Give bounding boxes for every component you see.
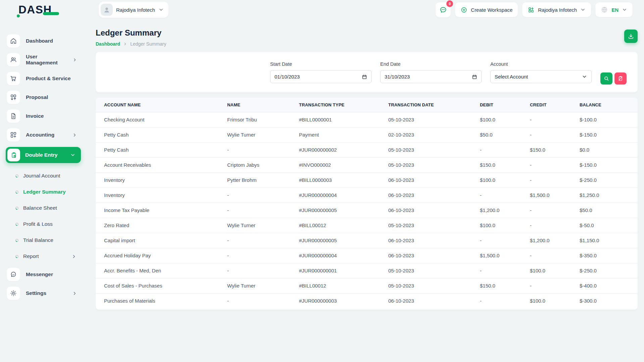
table-cell: Petty Cash — [96, 127, 227, 142]
create-workspace-button[interactable]: Create Workspace — [455, 2, 518, 17]
sidebar-item-trial-balance[interactable]: Trial Balance — [7, 232, 87, 248]
table-cell: 05-10-2023 — [388, 263, 480, 278]
search-button[interactable] — [600, 72, 612, 85]
sidebar-item-user-management[interactable]: User Management — [7, 53, 87, 66]
table-cell: - — [227, 233, 299, 248]
bullet-icon — [15, 255, 19, 258]
end-date-field[interactable] — [380, 70, 482, 83]
table-cell: Accrued Holiday Pay — [96, 248, 227, 263]
topbar-actions: 0 Create Workspace Rajodiya Infotech — [436, 2, 644, 17]
table-cell: - — [530, 203, 580, 218]
table-cell: Frimsor Tribu — [227, 112, 299, 127]
table-cell: $-350.0 — [580, 248, 638, 263]
accounting-icon — [10, 131, 17, 139]
brand-logo[interactable]: DASH — [0, 3, 87, 16]
table-cell: - — [480, 233, 530, 248]
column-header-account-name: ACCOUNT NAME — [96, 98, 227, 112]
table-row: Capital import-#JUR00000000506-10-2023-$… — [96, 233, 638, 248]
table-row: Cost of Sales - PurchasesWylie Turner#BI… — [96, 278, 638, 293]
end-date-input[interactable] — [385, 74, 452, 80]
chevron-down-icon — [622, 7, 627, 12]
table-cell: $-300.0 — [580, 293, 638, 308]
breadcrumb: Dashboard Ledger Summary — [96, 41, 166, 47]
table-cell: Wylie Turner — [227, 218, 299, 233]
double-entry-submenu: Journal Account Ledger Summary Balance S… — [7, 168, 87, 264]
sidebar-item-proposal[interactable]: Proposal — [7, 91, 87, 104]
sidebar-item-settings[interactable]: Settings — [7, 287, 87, 300]
sidebar-item-balance-sheet[interactable]: Balance Sheet — [7, 200, 87, 216]
sidebar-item-dashboard[interactable]: Dashboard — [7, 34, 87, 48]
column-header-debit: DEBIT — [480, 98, 530, 112]
download-button[interactable] — [624, 30, 638, 43]
messages-button[interactable]: 0 — [436, 2, 451, 17]
sidebar-item-messenger[interactable]: Messenger — [7, 268, 87, 281]
table-cell: Checking Account — [96, 112, 227, 127]
table-row: Petty CashWylie TurnerPayment02-10-2023$… — [96, 127, 638, 142]
table-cell: - — [480, 263, 530, 278]
sidebar-item-report[interactable]: Report — [7, 248, 87, 264]
company-menu[interactable]: Rajodiya Infotech — [522, 2, 591, 17]
clipboard-clock-icon — [10, 152, 17, 159]
table-cell: Wylie Turner — [227, 278, 299, 293]
logo-dash-accent — [43, 12, 59, 15]
table-cell: #BILL00012 — [299, 278, 388, 293]
table-cell: $1,200.0 — [530, 233, 580, 248]
start-date-input[interactable] — [275, 74, 342, 80]
table-cell: $1,500.0 — [530, 188, 580, 203]
chevron-right-icon — [72, 291, 77, 296]
download-icon — [628, 33, 634, 40]
cart-icon — [10, 75, 17, 82]
file-slash-icon — [617, 75, 624, 82]
table-cell: $1,200.0 — [480, 203, 530, 218]
start-date-field[interactable] — [270, 70, 371, 83]
table-cell: 06-10-2023 — [388, 188, 480, 203]
chevron-down-icon — [580, 7, 586, 12]
table-cell: $50.0 — [580, 203, 638, 218]
sidebar-item-accounting[interactable]: Accounting — [7, 128, 87, 142]
bullet-icon — [15, 222, 19, 226]
sidebar-item-product-service[interactable]: Product & Service — [7, 72, 87, 85]
language-menu[interactable]: EN — [595, 2, 633, 17]
filter-card: Start Date End Date Account — [96, 52, 638, 92]
table-cell: #JUR000000005 — [299, 233, 388, 248]
table-row: Petty Cash-#JUR00000000205-10-2023-$150.… — [96, 142, 638, 157]
language-menu-label: EN — [611, 7, 618, 13]
breadcrumb-current: Ledger Summary — [130, 41, 166, 47]
sidebar-item-double-entry[interactable]: Double Entry — [6, 147, 81, 163]
sidebar-item-ledger-summary[interactable]: Ledger Summary — [7, 184, 87, 200]
table-cell: Purchases of Materials — [96, 293, 227, 308]
table-cell: #JUR000000004 — [299, 188, 388, 203]
sidebar-item-journal-account[interactable]: Journal Account — [7, 168, 87, 184]
column-header-name: NAME — [227, 98, 299, 112]
reset-filter-button[interactable] — [614, 72, 627, 85]
messenger-icon — [10, 271, 17, 278]
table-row: Purchases of Materials-#JUR00000000306-1… — [96, 293, 638, 308]
chevron-down-icon — [70, 152, 76, 158]
table-cell: 05-10-2023 — [388, 278, 480, 293]
sidebar-item-invoice[interactable]: Invoice — [7, 109, 87, 123]
table-cell: Accr. Benefits - Med, Den — [96, 263, 227, 278]
table-cell: - — [227, 188, 299, 203]
table-cell: $-400.0 — [580, 278, 638, 293]
table-cell: #INVO000002 — [299, 157, 388, 172]
account-select[interactable]: Select Account — [490, 70, 592, 83]
chevron-right-icon — [123, 42, 127, 46]
table-cell: $-150.0 — [580, 157, 638, 172]
sidebar-item-profit-loss[interactable]: Profit & Loss — [7, 216, 87, 232]
calendar-icon[interactable] — [472, 74, 477, 80]
create-workspace-label: Create Workspace — [471, 7, 512, 13]
workspace-selector[interactable]: Rajodiya Infotech — [99, 2, 168, 18]
calendar-icon[interactable] — [362, 74, 367, 80]
table-cell: Criptom Jabys — [227, 157, 299, 172]
table-cell: Income Tax Payable — [96, 203, 227, 218]
table-cell: $150.0 — [480, 278, 530, 293]
table-cell: 02-10-2023 — [388, 127, 480, 142]
table-cell: $1,250.0 — [580, 188, 638, 203]
account-select-value: Select Account — [495, 74, 528, 80]
table-cell: - — [530, 112, 580, 127]
table-cell: - — [227, 142, 299, 157]
table-cell: - — [530, 248, 580, 263]
breadcrumb-dashboard-link[interactable]: Dashboard — [96, 41, 120, 47]
table-cell: - — [480, 142, 530, 157]
table-cell: $-150.0 — [580, 127, 638, 142]
